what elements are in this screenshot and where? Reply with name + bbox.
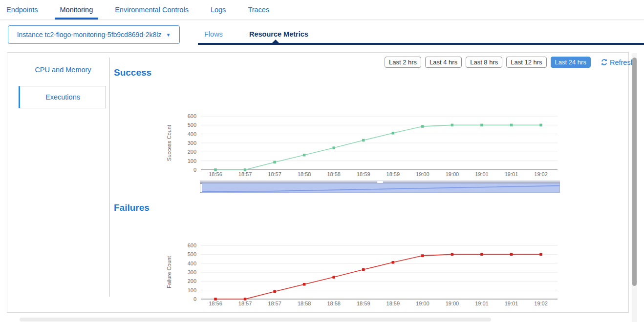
y-tick-label: 600: [188, 242, 196, 248]
x-tick-label: 18:59: [386, 171, 400, 177]
x-tick-label: 18:58: [327, 171, 341, 177]
x-tick-label: 18:59: [357, 171, 370, 177]
x-tick-label: 19:01: [505, 301, 518, 306]
sidebar-divider: [109, 58, 109, 297]
x-tick-label: 19:01: [475, 301, 489, 306]
x-tick-label: 18:57: [268, 301, 281, 306]
section-title-failures: Failures: [114, 202, 150, 213]
brush-track-handle[interactable]: [377, 181, 383, 183]
instance-dropdown[interactable]: Instance tc2-flogo-monitoring-5fb9cd869d…: [8, 25, 180, 44]
refresh-label: Refresh: [610, 59, 635, 66]
horizontal-scrollbar-thumb[interactable]: [20, 318, 491, 322]
y-tick-label: 0: [193, 167, 196, 173]
y-tick-label: 400: [188, 131, 196, 137]
x-tick-label: 19:00: [416, 301, 429, 306]
range-button-last-24-hrs[interactable]: Last 24 hrs: [551, 57, 591, 68]
nav-tab-endpoints[interactable]: Endpoints: [6, 0, 38, 20]
x-tick-label: 18:57: [238, 171, 252, 177]
y-tick-label: 500: [188, 251, 196, 257]
range-button-last-2-hrs[interactable]: Last 2 hrs: [385, 57, 421, 68]
nav-tab-environmental-controls[interactable]: Environmental Controls: [115, 0, 189, 20]
x-tick-label: 18:56: [209, 171, 222, 177]
x-tick-label: 18:59: [357, 301, 370, 306]
y-axis-title: Success Count: [166, 125, 172, 161]
nav-tab-logs[interactable]: Logs: [211, 0, 226, 20]
metrics-panel: CPU and Memory Executions Last 2 hrsLast…: [7, 52, 629, 313]
y-tick-label: 500: [188, 122, 196, 128]
section-title-success: Success: [114, 67, 151, 78]
series-line: [215, 254, 541, 299]
gridlines: [201, 245, 558, 299]
top-nav: EndpointsMonitoringEnvironmental Control…: [0, 0, 644, 20]
brush-selection[interactable]: [200, 183, 560, 193]
x-tick-label: 18:59: [386, 301, 400, 306]
y-tick-label: 100: [188, 287, 196, 293]
sidebar-item-executions-label: Executions: [45, 93, 80, 101]
y-tick-label: 200: [188, 278, 196, 284]
nav-tab-traces[interactable]: Traces: [248, 0, 269, 20]
sidebar-item-cpu-and-memory[interactable]: CPU and Memory: [19, 66, 107, 74]
y-tick-label: 100: [188, 158, 196, 164]
tab-flows[interactable]: Flows: [204, 30, 223, 38]
series-line: [215, 125, 541, 170]
active-tab-pointer-icon: [272, 40, 279, 43]
series-markers: [214, 124, 542, 171]
x-tick-label: 18:56: [209, 301, 222, 306]
refresh-icon: [601, 59, 608, 66]
chevron-down-icon: ▼: [166, 32, 171, 38]
series-markers: [214, 253, 542, 301]
x-tick-label: 19:02: [534, 301, 548, 306]
y-tick-label: 300: [188, 269, 196, 275]
x-tick-label: 19:00: [416, 171, 429, 177]
brush-left-handle[interactable]: [200, 183, 202, 193]
y-tick-label: 200: [188, 149, 196, 155]
vertical-scrollbar-thumb[interactable]: [632, 58, 637, 286]
x-tick-label: 19:00: [446, 301, 459, 306]
active-tab-underline: [198, 43, 644, 45]
tab-resource-metrics[interactable]: Resource Metrics: [249, 30, 308, 38]
x-tick-label: 19:01: [475, 171, 489, 177]
y-tick-label: 400: [188, 261, 196, 266]
x-tick-label: 18:57: [238, 301, 252, 306]
x-tick-label: 19:01: [505, 171, 518, 177]
x-tick-label: 18:58: [298, 171, 311, 177]
success-chart: 010020030040050060018:5618:5718:5718:581…: [164, 112, 570, 181]
y-tick-label: 300: [188, 140, 196, 146]
y-axis-title: Failure Count: [166, 256, 172, 288]
refresh-button[interactable]: Refresh: [601, 59, 635, 66]
instance-dropdown-label: Instance tc2-flogo-monitoring-5fb9cd869d…: [17, 31, 162, 39]
range-button-last-8-hrs[interactable]: Last 8 hrs: [466, 57, 502, 68]
x-tick-label: 19:00: [446, 171, 459, 177]
nav-tab-monitoring[interactable]: Monitoring: [60, 0, 93, 20]
gridlines: [201, 116, 558, 170]
time-range-toolbar: Last 2 hrsLast 4 hrsLast 8 hrsLast 12 hr…: [385, 57, 635, 68]
y-tick-label: 600: [188, 113, 196, 119]
range-button-last-4-hrs[interactable]: Last 4 hrs: [425, 57, 462, 68]
x-tick-label: 18:57: [268, 171, 281, 177]
x-tick-label: 19:02: [534, 171, 548, 177]
failures-chart: 010020030040050060018:5618:5718:5718:581…: [164, 241, 570, 310]
y-tick-label: 0: [193, 296, 196, 302]
sidebar-item-executions[interactable]: Executions: [19, 86, 106, 108]
chart-range-brush[interactable]: [200, 181, 560, 194]
x-tick-label: 18:58: [298, 301, 311, 306]
brush-minichart: [200, 183, 560, 193]
x-tick-label: 18:58: [327, 301, 341, 306]
range-button-last-12-hrs[interactable]: Last 12 hrs: [506, 57, 546, 68]
